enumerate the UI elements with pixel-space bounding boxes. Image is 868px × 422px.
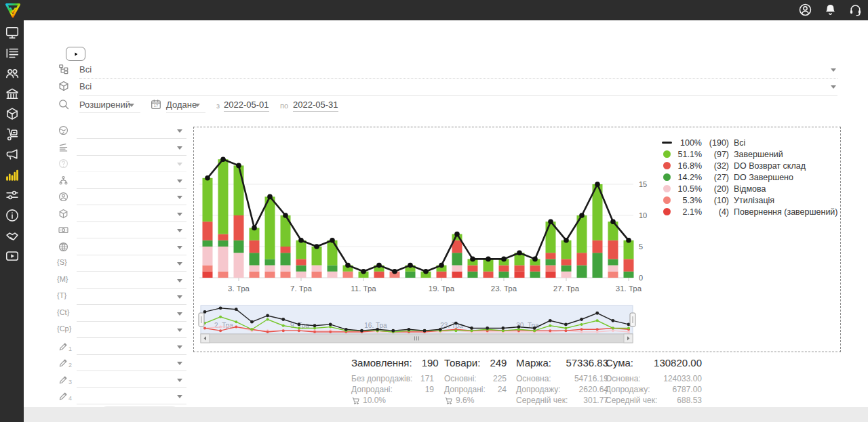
calendar-icon: 17 xyxy=(150,98,162,110)
navigator-left-handle[interactable] xyxy=(199,313,204,326)
support-icon[interactable] xyxy=(848,3,863,17)
stat-sublabel: Середній чек: xyxy=(606,395,657,406)
manager-filter-underline xyxy=(77,205,186,205)
field-cp-filter-caret[interactable] xyxy=(177,329,182,332)
stat-subvalue: 301.77 xyxy=(583,395,608,406)
date-to-input[interactable]: 2022-05-31 xyxy=(293,100,338,112)
custom-field-1-filter-icon xyxy=(58,341,69,352)
legend-item[interactable]: 16.8%(32)DO Возврат склад xyxy=(662,160,838,171)
legend-item[interactable]: 5.3%(10)Утилізація xyxy=(662,194,838,206)
legend-item[interactable]: 2.1%(4)Повернення (завершений) xyxy=(662,206,838,217)
sidebar-item-shipping[interactable] xyxy=(5,127,20,142)
stat-title-row: Маржа:57336.83 xyxy=(516,357,608,368)
stat-subrow: Допродажу:6787.00 xyxy=(606,384,702,395)
legend-item[interactable]: 14.2%(27)DO Завершено xyxy=(662,171,838,183)
custom-field-3-filter-icon xyxy=(58,374,69,385)
stat-column: Товари:249Основні:225Допродані:249.6% xyxy=(444,357,507,405)
svg-text:5: 5 xyxy=(639,242,643,251)
stat-sublabel: Без допродажів: xyxy=(351,373,412,384)
stat-value: 190 xyxy=(422,357,439,368)
geo-filter-caret[interactable] xyxy=(177,129,182,133)
legend-line-marker xyxy=(662,142,672,144)
product-filter-underline xyxy=(79,95,837,96)
legend-item[interactable]: 10.5%(20)Відмова xyxy=(662,183,838,194)
date-field-select[interactable]: Додане xyxy=(166,100,197,110)
sidebar-item-orders[interactable] xyxy=(5,45,20,60)
payment-filter-caret[interactable] xyxy=(177,229,182,232)
funnel-filter-caret[interactable] xyxy=(831,68,836,72)
product-filter-caret[interactable] xyxy=(831,85,836,89)
date-to-label: по xyxy=(280,102,288,110)
status-filter-caret[interactable] xyxy=(177,146,182,150)
sidebar-item-partners[interactable] xyxy=(5,228,20,243)
custom-field-4-filter-row: 4 xyxy=(54,389,186,405)
extra-filter-caret[interactable] xyxy=(177,163,182,166)
notifications-icon[interactable] xyxy=(823,3,837,17)
product-filter-value[interactable]: Всі xyxy=(79,81,92,91)
field-m-filter-caret[interactable] xyxy=(177,279,182,282)
stat-value: 249 xyxy=(490,357,507,368)
field-s-filter-caret[interactable] xyxy=(177,262,182,266)
legend-percent: 16.8% xyxy=(672,161,702,171)
sidebar-item-products[interactable] xyxy=(5,106,20,121)
product-filter-row xyxy=(54,207,186,223)
manager-filter-icon xyxy=(58,191,69,203)
product-filter-caret[interactable] xyxy=(177,213,182,216)
sidebar-item-clients[interactable] xyxy=(5,66,20,81)
cart-icon xyxy=(351,396,360,405)
field-ct-filter-underline xyxy=(77,321,186,322)
svg-text:23. Тра: 23. Тра xyxy=(491,284,517,293)
custom-field-4-filter-underline xyxy=(77,404,186,404)
legend-percent: 14.2% xyxy=(672,173,702,182)
search-mode-underline xyxy=(79,112,140,113)
svg-text:10: 10 xyxy=(639,211,647,219)
navigator-right-handle[interactable] xyxy=(630,313,635,326)
field-ct-filter-caret[interactable] xyxy=(177,312,182,316)
legend-dot-marker xyxy=(663,196,671,204)
stat-subvalue: 688.53 xyxy=(677,395,702,406)
sidebar-item-video-lessons[interactable] xyxy=(5,249,20,263)
legend-dot-marker xyxy=(663,173,671,181)
sidebar-item-settings[interactable] xyxy=(5,188,20,203)
funnel-filter-value[interactable]: Всі xyxy=(79,64,92,75)
custom-field-1-filter-caret[interactable] xyxy=(177,345,182,349)
sidebar-item-statistics[interactable] xyxy=(5,167,20,182)
legend-label: DO Завершено xyxy=(734,173,793,182)
custom-field-1-filter-index: 1 xyxy=(68,345,72,352)
payment-filter-icon xyxy=(58,224,69,236)
legend-count: (32) xyxy=(702,161,729,171)
stat-title-row: Замовлення:190 xyxy=(351,357,434,368)
legend-dot-marker xyxy=(663,162,671,169)
custom-field-3-filter-caret[interactable] xyxy=(177,379,182,382)
structure-filter-row xyxy=(54,173,186,190)
upsell-percent: 9.6% xyxy=(456,396,474,405)
legend-count: (4) xyxy=(702,207,729,217)
date-field-caret[interactable] xyxy=(195,104,200,107)
svg-text:17: 17 xyxy=(154,104,158,108)
legend-item[interactable]: 51.1%(97)Завершений xyxy=(662,148,838,160)
video-help-button[interactable] xyxy=(66,47,85,61)
sidebar-item-info[interactable] xyxy=(5,208,20,223)
field-t-filter-caret[interactable] xyxy=(177,295,182,299)
structure-filter-caret[interactable] xyxy=(177,180,182,183)
account-icon[interactable] xyxy=(798,3,812,17)
date-from-input[interactable]: 2022-05-01 xyxy=(224,100,269,112)
legend-dot-marker xyxy=(663,150,671,158)
search-mode-select[interactable]: Розширений xyxy=(79,100,130,110)
stat-sublabel: Середній чек: xyxy=(516,395,568,406)
source-filter-row xyxy=(54,240,186,256)
custom-field-4-filter-caret[interactable] xyxy=(177,395,182,398)
sidebar-item-marketing[interactable] xyxy=(5,147,20,162)
upsell-percent-row: 9.6% xyxy=(444,396,507,405)
custom-field-2-filter-caret[interactable] xyxy=(177,362,182,365)
sidebar-item-dashboard[interactable] xyxy=(5,25,20,40)
manager-filter-row xyxy=(54,190,186,206)
source-filter-caret[interactable] xyxy=(177,246,182,249)
app-logo[interactable] xyxy=(5,2,21,18)
stat-subrow: Середній чек:688.53 xyxy=(606,395,702,406)
legend-percent: 100% xyxy=(672,138,702,148)
sidebar-item-store[interactable] xyxy=(5,86,20,101)
search-mode-caret[interactable] xyxy=(129,104,134,107)
manager-filter-caret[interactable] xyxy=(177,196,182,199)
legend-item[interactable]: 100%(190)Всі xyxy=(662,137,838,148)
